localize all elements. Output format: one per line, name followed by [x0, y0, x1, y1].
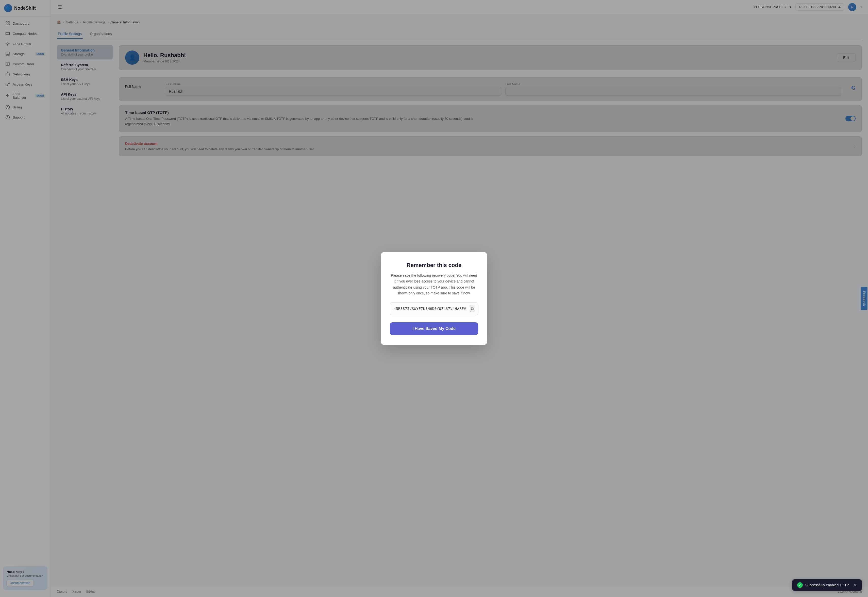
modal-overlay[interactable]: Remember this code Please save the follo… — [0, 0, 868, 597]
toast-check-icon: ✓ — [797, 582, 803, 588]
copy-code-button[interactable]: ⧉ — [470, 306, 474, 312]
modal-title: Remember this code — [390, 262, 478, 269]
modal-description: Please save the following recovery code.… — [390, 273, 478, 296]
modal-code-box: 4NR3S75VSWYF7K3N6D0YQZL37V4HAREV ⧉ — [390, 302, 478, 315]
recovery-code-modal: Remember this code Please save the follo… — [381, 252, 487, 345]
recovery-code: 4NR3S75VSWYF7K3N6D0YQZL37V4HAREV — [394, 307, 468, 311]
toast-close-button[interactable]: ✕ — [853, 583, 857, 588]
toast-notification: ✓ Successfully enabled TOTP ✕ — [792, 579, 862, 591]
saved-code-button[interactable]: I Have Saved My Code — [390, 322, 478, 335]
toast-message: Successfully enabled TOTP — [805, 583, 849, 587]
